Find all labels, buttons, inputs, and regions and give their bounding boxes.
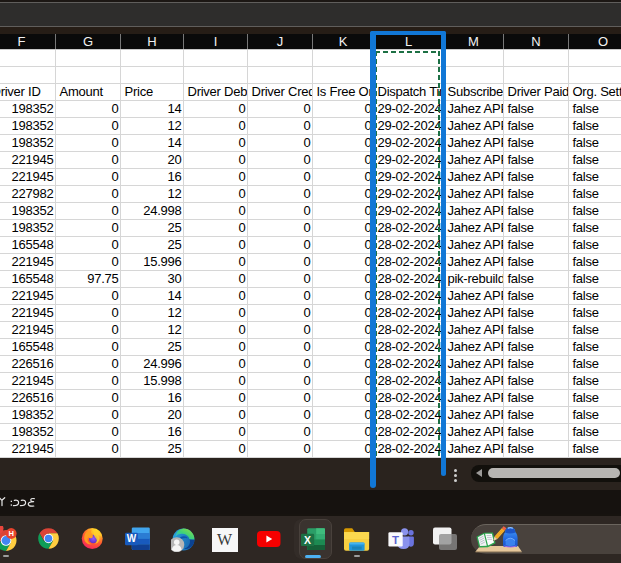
svg-text:T: T — [391, 534, 398, 546]
svg-text:H: H — [8, 529, 13, 538]
svg-text:X: X — [304, 533, 311, 545]
svg-text:W: W — [126, 534, 136, 545]
